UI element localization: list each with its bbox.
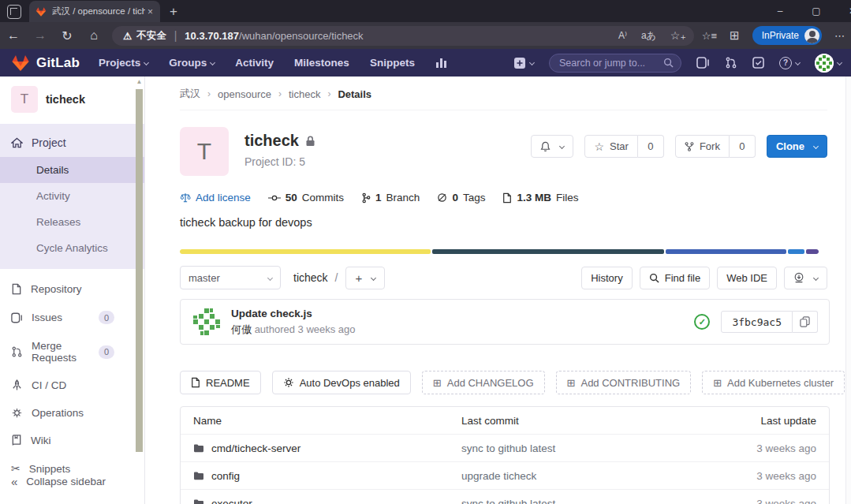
tag-icon xyxy=(437,192,447,203)
new-tab-button[interactable]: + xyxy=(170,4,177,20)
download-button[interactable] xyxy=(784,267,827,289)
address-bar[interactable]: ⚠ 不安全 | 10.3.70.187/wuhan/opensource/tic… xyxy=(112,26,694,46)
url-host: 10.3.70.187 xyxy=(185,30,239,42)
folder-link[interactable]: config xyxy=(211,470,240,482)
search-input[interactable] xyxy=(559,58,663,69)
copy-sha-button[interactable] xyxy=(793,311,818,333)
help-menu[interactable]: ? xyxy=(779,57,800,69)
translate-icon[interactable]: aあ xyxy=(641,29,656,43)
forward-icon[interactable]: → xyxy=(27,28,54,43)
branch-selector[interactable]: master xyxy=(180,266,281,289)
browser-tab[interactable]: 武汉 / opensource / ticheck · Gi × xyxy=(29,1,160,22)
collections-icon[interactable]: ⊞ xyxy=(730,28,740,43)
window-close-button[interactable]: ✕ xyxy=(845,6,851,17)
new-menu-button[interactable] xyxy=(513,57,534,69)
nav-projects[interactable]: Projects xyxy=(99,57,148,69)
star-button[interactable]: ☆ Star xyxy=(584,135,637,158)
add-file-button[interactable]: + xyxy=(345,267,385,289)
breadcrumb-group[interactable]: 武汉 xyxy=(180,87,200,101)
folder-link[interactable]: executor xyxy=(211,498,252,504)
window-maximize-button[interactable]: ▢ xyxy=(808,6,824,17)
gitlab-logo[interactable]: GitLab xyxy=(11,54,80,73)
security-label[interactable]: 不安全 xyxy=(136,29,166,43)
sidebar-item-issues[interactable]: Issues 0 xyxy=(0,303,144,332)
commit-sha[interactable]: 3fbc9ac5 xyxy=(721,311,793,333)
inprivate-badge[interactable]: InPrivate xyxy=(752,26,822,45)
star-count[interactable]: 0 xyxy=(638,135,664,158)
language-segment xyxy=(180,249,431,254)
main-content: 武汉 › opensource › ticheck › Details T ti… xyxy=(145,77,851,504)
breadcrumb-subgroup[interactable]: opensource xyxy=(218,88,271,100)
tags-link[interactable]: 0Tags xyxy=(437,192,485,203)
commit-author-avatar[interactable] xyxy=(192,307,222,337)
sidebar-item-wiki[interactable]: Wiki xyxy=(0,427,144,454)
sidebar-scrollbar-thumb[interactable] xyxy=(136,89,143,452)
branches-link[interactable]: 1Branch xyxy=(361,192,420,203)
history-button[interactable]: History xyxy=(581,267,632,289)
files-link[interactable]: 1.3 MBFiles xyxy=(502,192,578,203)
todos-icon[interactable] xyxy=(752,57,764,69)
favorites-bar-icon[interactable]: ☆≡ xyxy=(702,30,717,42)
refresh-icon[interactable]: ↻ xyxy=(54,28,80,43)
tab-close-icon[interactable]: × xyxy=(145,6,155,17)
merge-requests-icon[interactable] xyxy=(725,57,737,69)
page-scrollbar[interactable] xyxy=(845,77,851,504)
breadcrumb-project[interactable]: ticheck xyxy=(289,88,320,100)
sidebar-item-repository[interactable]: Repository xyxy=(0,275,144,303)
sidebar-item-ci-cd[interactable]: CI / CD xyxy=(0,371,144,399)
user-menu[interactable] xyxy=(815,54,842,73)
commits-link[interactable]: 50Commits xyxy=(268,192,344,203)
add-contributing-button[interactable]: ⊞ Add CONTRIBUTING xyxy=(556,371,692,394)
chevron-down-icon xyxy=(795,60,801,65)
issues-icon[interactable] xyxy=(696,57,710,69)
clone-button[interactable]: Clone xyxy=(767,135,827,158)
add-license-link[interactable]: Add license xyxy=(180,192,251,203)
add-kubernetes-button[interactable]: ⊞ Add Kubernetes cluster xyxy=(702,371,845,394)
collapse-sidebar-button[interactable]: « Collapse sidebar xyxy=(0,467,135,496)
sidebar-item-activity[interactable]: Activity xyxy=(0,183,144,209)
auto-devops-button[interactable]: Auto DevOps enabled xyxy=(272,371,411,394)
commit-message-link[interactable]: sync to github latest xyxy=(461,442,722,454)
commit-title-link[interactable]: Update check.js xyxy=(231,308,356,319)
back-icon[interactable]: ← xyxy=(0,28,27,43)
folder-link[interactable]: cmd/ticheck-server xyxy=(211,442,300,454)
user-avatar xyxy=(815,54,834,73)
browser-menu-icon[interactable]: ⋯ xyxy=(834,30,845,42)
sidebar-item-operations[interactable]: Operations xyxy=(0,399,144,427)
sidebar-item-releases[interactable]: Releases xyxy=(0,209,144,235)
repo-root-link[interactable]: ticheck xyxy=(293,271,328,284)
nav-groups[interactable]: Groups xyxy=(169,57,215,69)
nav-milestones[interactable]: Milestones xyxy=(294,57,349,69)
nav-activity[interactable]: Activity xyxy=(235,57,274,69)
read-aloud-icon[interactable]: A⁾ xyxy=(618,30,627,41)
book-icon xyxy=(11,435,22,446)
tab-actions-icon[interactable] xyxy=(7,5,21,19)
commit-message-link[interactable]: sync to github latest xyxy=(461,498,722,504)
home-icon[interactable]: ⌂ xyxy=(80,28,107,43)
sidebar-item-merge-requests[interactable]: Merge Requests 0 xyxy=(0,332,144,371)
navbar-search[interactable] xyxy=(549,54,681,73)
pipeline-status-icon[interactable]: ✓ xyxy=(694,314,710,330)
add-favorite-icon[interactable]: ☆₊ xyxy=(670,29,686,42)
sidebar-item-details[interactable]: Details xyxy=(0,157,144,183)
sidebar-item-project[interactable]: Project xyxy=(0,129,144,157)
sidebar-scrollbar[interactable]: ▲ xyxy=(135,78,144,504)
find-file-button[interactable]: Find file xyxy=(640,267,711,289)
commit-message-link[interactable]: upgrade ticheck xyxy=(461,470,722,482)
readme-button[interactable]: README xyxy=(180,371,261,394)
fork-count[interactable]: 0 xyxy=(730,135,756,158)
scroll-up-icon[interactable]: ▲ xyxy=(135,78,144,85)
notifications-button[interactable] xyxy=(531,135,573,158)
charts-icon[interactable] xyxy=(435,58,447,68)
sidebar-project-header[interactable]: T ticheck xyxy=(0,77,144,124)
repo-language-bar[interactable] xyxy=(180,249,819,254)
window-minimize-button[interactable]: – xyxy=(772,6,788,17)
gitlab-brand-text: GitLab xyxy=(36,55,80,71)
add-changelog-button[interactable]: ⊞ Add CHANGELOG xyxy=(422,371,545,394)
fork-button[interactable]: Fork xyxy=(675,135,730,158)
sidebar-item-cycle-analytics[interactable]: Cycle Analytics xyxy=(0,235,144,261)
commit-author[interactable]: 何傲 xyxy=(231,323,252,335)
nav-snippets[interactable]: Snippets xyxy=(370,57,415,69)
breadcrumb-separator: › xyxy=(327,88,330,99)
web-ide-button[interactable]: Web IDE xyxy=(717,267,777,289)
